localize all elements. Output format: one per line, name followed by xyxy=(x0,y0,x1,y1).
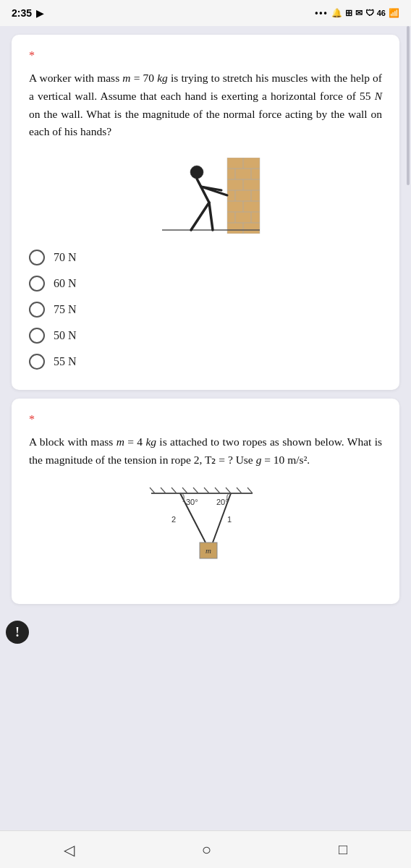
grid-icon: ⊞ xyxy=(345,8,352,18)
exclamation-icon: ! xyxy=(15,625,20,640)
status-bar: 2:35 ▶ ••• 🔔 ⊞ ✉ 🛡 46 📶 xyxy=(0,0,411,26)
option-1-50n[interactable]: 50 N xyxy=(29,328,382,344)
recents-button[interactable]: □ xyxy=(339,841,347,858)
svg-text:m: m xyxy=(206,546,211,555)
bottom-nav: ◁ ○ □ xyxy=(0,830,411,868)
radio-55n[interactable] xyxy=(29,354,45,370)
dots-icon: ••• xyxy=(315,8,329,18)
block-svg: 30° 2 20° 1 m xyxy=(130,486,281,576)
worker-figure xyxy=(29,154,382,234)
screen-record-icon: ▶ xyxy=(36,8,43,19)
option-label-70n: 70 N xyxy=(54,251,77,264)
svg-line-33 xyxy=(237,488,242,493)
required-asterisk-1: * xyxy=(29,49,382,62)
svg-line-26 xyxy=(161,488,166,493)
radio-60n[interactable] xyxy=(29,276,45,292)
options-list-1: 70 N 60 N 75 N 50 N 55 N xyxy=(29,250,382,370)
radio-75n[interactable] xyxy=(29,302,45,318)
option-label-50n: 50 N xyxy=(54,329,77,342)
required-asterisk-2: * xyxy=(29,413,382,426)
option-label-55n: 55 N xyxy=(54,355,77,368)
svg-point-18 xyxy=(190,166,203,179)
svg-text:1: 1 xyxy=(227,515,232,524)
svg-line-22 xyxy=(191,203,209,230)
alarm-icon: 🔔 xyxy=(331,8,342,18)
svg-text:2: 2 xyxy=(171,515,176,524)
svg-line-31 xyxy=(215,488,220,493)
signal-icon: 📶 xyxy=(389,8,399,18)
option-1-70n[interactable]: 70 N xyxy=(29,250,382,265)
mail-icon: ✉ xyxy=(355,8,363,18)
option-1-55n[interactable]: 55 N xyxy=(29,354,382,370)
svg-line-32 xyxy=(226,488,231,493)
back-button[interactable]: ◁ xyxy=(64,841,75,859)
radio-50n[interactable] xyxy=(29,328,45,344)
time-display: 2:35 xyxy=(12,7,32,19)
radio-70n[interactable] xyxy=(29,250,45,265)
worker-svg xyxy=(140,158,271,234)
scrollbar[interactable] xyxy=(407,26,410,185)
svg-line-30 xyxy=(204,488,209,493)
svg-line-34 xyxy=(247,488,253,493)
svg-line-25 xyxy=(150,488,155,493)
question-card-2: * A block with mass m = 4 kg is attached… xyxy=(12,399,399,604)
option-1-60n[interactable]: 60 N xyxy=(29,276,382,292)
status-right: ••• 🔔 ⊞ ✉ 🛡 46 📶 xyxy=(315,8,399,18)
svg-line-28 xyxy=(182,488,187,493)
status-left: 2:35 ▶ xyxy=(12,7,43,19)
question-card-1: * A worker with mass m = 70 kg is trying… xyxy=(12,35,399,390)
option-label-60n: 60 N xyxy=(54,277,77,290)
option-1-75n[interactable]: 75 N xyxy=(29,302,382,318)
battery-icon: 46 xyxy=(377,9,386,17)
home-button[interactable]: ○ xyxy=(202,841,211,859)
svg-line-29 xyxy=(193,488,198,493)
svg-line-27 xyxy=(171,488,177,493)
svg-text:30°: 30° xyxy=(186,498,198,506)
svg-line-19 xyxy=(197,179,209,203)
block-figure: 30° 2 20° 1 m xyxy=(29,482,382,576)
svg-rect-0 xyxy=(227,158,260,234)
option-label-75n: 75 N xyxy=(54,303,77,316)
shield-icon: 🛡 xyxy=(365,8,374,18)
notification-button[interactable]: ! xyxy=(6,621,29,644)
question-text-1: A worker with mass m = 70 kg is trying t… xyxy=(29,69,382,141)
question-text-2: A block with mass m = 4 kg is attached t… xyxy=(29,433,382,469)
svg-text:20°: 20° xyxy=(216,498,229,506)
svg-line-23 xyxy=(209,203,213,230)
